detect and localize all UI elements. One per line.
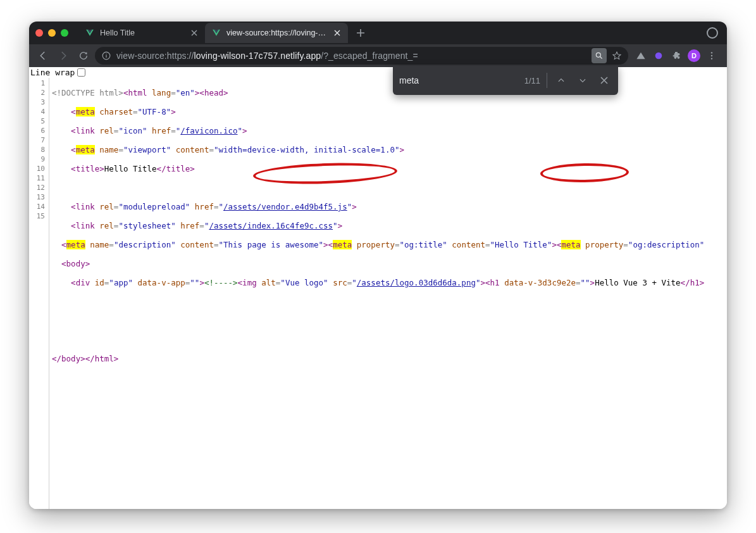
new-tab-button[interactable] xyxy=(352,24,369,42)
browser-menu-icon[interactable] xyxy=(705,49,718,62)
svg-point-4 xyxy=(711,52,712,53)
window-close-button[interactable] xyxy=(35,29,43,37)
tab-1-close-icon[interactable] xyxy=(190,28,199,37)
vue-favicon-icon xyxy=(211,28,221,38)
reload-button[interactable] xyxy=(75,47,92,65)
line-number-gutter: 1 2 3 4 5 6 7 8 9 10 11 12 13 14 15 xyxy=(29,67,49,509)
svg-point-5 xyxy=(711,55,712,56)
tab-strip: Hello Title view-source:https://loving-w… xyxy=(29,22,727,44)
line-wrap-control: Line wrap xyxy=(29,67,87,78)
lens-search-icon[interactable] xyxy=(592,48,607,63)
tab-2-close-icon[interactable] xyxy=(333,28,342,37)
find-next-button[interactable] xyxy=(575,73,590,88)
extension-1-icon[interactable] xyxy=(635,49,647,62)
window-maximize-button[interactable] xyxy=(61,29,68,37)
svg-point-6 xyxy=(711,58,712,59)
svg-point-2 xyxy=(596,53,600,57)
url-text: view-source:https://loving-wilson-17c757… xyxy=(116,51,418,61)
source-code[interactable]: <!DOCTYPE html><html lang="en"><head> <m… xyxy=(49,67,727,509)
window-controls xyxy=(35,29,78,37)
back-button[interactable] xyxy=(34,47,52,65)
bookmark-star-icon[interactable] xyxy=(612,51,622,61)
extensions-menu-icon[interactable] xyxy=(670,49,683,62)
toolbar: view-source:https://loving-wilson-17c757… xyxy=(29,44,727,67)
find-query[interactable]: meta xyxy=(399,75,518,85)
svg-point-1 xyxy=(106,53,106,54)
tab-2-title: view-source:https://loving-wils xyxy=(226,28,328,37)
extensions-area: D xyxy=(631,49,722,62)
tab-1[interactable]: Hello Title xyxy=(78,23,205,43)
profile-avatar[interactable]: D xyxy=(688,49,700,62)
find-prev-button[interactable] xyxy=(554,73,569,88)
account-icon[interactable] xyxy=(707,27,718,39)
forward-button[interactable] xyxy=(54,47,72,65)
svg-point-3 xyxy=(655,53,662,60)
line-wrap-label: Line wrap xyxy=(30,68,75,77)
address-bar[interactable]: view-source:https://loving-wilson-17c757… xyxy=(95,47,628,65)
extension-2-icon[interactable] xyxy=(652,49,665,62)
tab-2[interactable]: view-source:https://loving-wils xyxy=(205,23,348,43)
vue-favicon-icon xyxy=(85,28,95,38)
window-minimize-button[interactable] xyxy=(48,29,56,37)
find-close-button[interactable] xyxy=(597,73,612,88)
page-content: Line wrap 1 2 3 4 5 6 7 8 9 10 11 12 13 … xyxy=(29,67,727,509)
line-wrap-checkbox[interactable] xyxy=(77,68,85,77)
site-info-icon[interactable] xyxy=(101,51,111,61)
tab-1-title: Hello Title xyxy=(100,28,185,37)
find-in-page-bar: meta 1/11 xyxy=(393,66,618,95)
find-count: 1/11 xyxy=(524,76,540,85)
